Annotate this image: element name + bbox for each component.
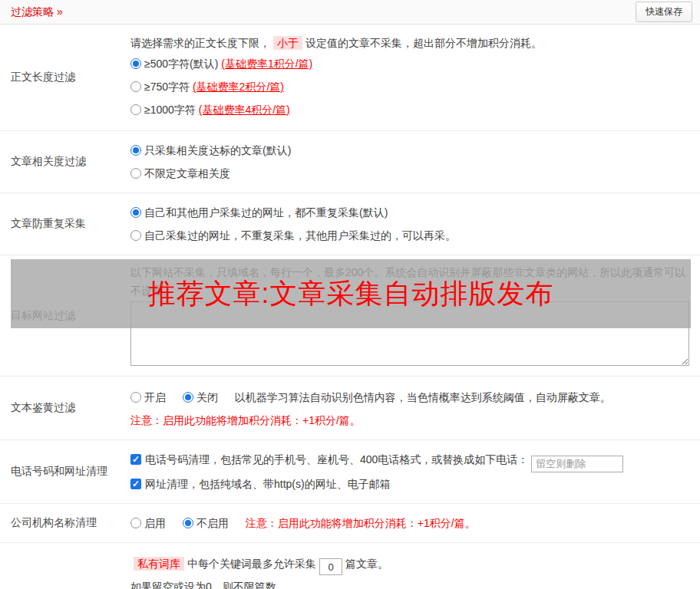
company-clean-label: 公司机构名称清理 — [0, 504, 130, 542]
option-porn-on[interactable]: 开启 — [130, 391, 169, 403]
radio-min-750[interactable] — [130, 81, 141, 92]
relevance-content: 只采集相关度达标的文章(默认) 不限定文章相关度 — [130, 131, 700, 192]
dedup-content: 自己和其他用户采集过的网址，都不重复采集(默认) 自己采集过的网址，不重复采集，… — [130, 193, 700, 255]
keyword-limit-line1: 私有词库中每个关键词最多允许采集篇文章。 — [130, 552, 689, 576]
option-min-1000-label: ≥1000字符 — [144, 104, 199, 116]
site-filter-label: 目标网站过滤 — [0, 255, 130, 376]
option-min-500-label: ≥500字符(默认) — [144, 58, 221, 70]
option-company-off-label: 不启用 — [196, 517, 229, 529]
radio-relevance-unlimited[interactable] — [130, 168, 141, 179]
option-min-500[interactable]: ≥500字符(默认) (基础费率1积分/篇) — [130, 52, 689, 75]
checkbox-url-clean[interactable] — [130, 479, 141, 489]
option-min-750-note: (基础费率2积分/篇) — [193, 81, 284, 93]
option-phone-clean[interactable]: 电话号码清理，包括常见的手机号、座机号、400电话格式，或替换成如下电话： — [130, 453, 531, 466]
option-min-750[interactable]: ≥750字符 (基础费率2积分/篇) — [130, 75, 689, 98]
option-dedup-all-users-label: 自己和其他用户采集过的网址，都不重复采集(默认) — [144, 206, 388, 219]
porn-filter-cost-note: 注意：启用此功能将增加积分消耗：+1积分/篇。 — [130, 409, 689, 432]
phone-url-clean-content: 电话号码清理，包括常见的手机号、座机号、400电话格式，或替换成如下电话： 网址… — [130, 440, 700, 503]
less-than-highlight: 小于 — [273, 36, 302, 50]
option-dedup-self-only-label: 自己采集过的网址，不重复采集，其他用户采集过的，可以再采。 — [144, 229, 456, 242]
filter-strategy-page: 过滤策略 » 快速保存 正文长度过滤 请选择需求的正文长度下限，小于设定值的文章… — [0, 0, 700, 589]
keyword-limit-content: 私有词库中每个关键词最多允许采集篇文章。 如果留空或设为0，则不限篇数。 如果设… — [130, 543, 700, 589]
radio-relevance-default[interactable] — [130, 145, 141, 156]
keyword-limit-input[interactable] — [319, 558, 342, 575]
porn-filter-options: 开启 关闭 以机器学习算法自动识别色情内容，当色情概率达到系统阈值，自动屏蔽文章… — [130, 386, 689, 409]
porn-filter-label: 文本鉴黄过滤 — [0, 377, 130, 439]
site-filter-content: 以下网站不采集，只填域名，每行一个，最多200个。系统会自动识别并屏蔽那些非文章… — [130, 255, 700, 376]
option-porn-off[interactable]: 关闭 — [183, 391, 221, 403]
option-company-on[interactable]: 启用 — [130, 517, 169, 529]
option-min-500-note: (基础费率1积分/篇) — [221, 58, 312, 70]
option-dedup-self-only[interactable]: 自己采集过的网址，不重复采集，其他用户采集过的，可以再采。 — [130, 224, 689, 247]
row-company-clean: 公司机构名称清理 启用 不启用 注意：启用此功能将增加积分消耗：+1积分/篇。 — [0, 504, 700, 543]
option-min-1000[interactable]: ≥1000字符 (基础费率4积分/篇) — [130, 98, 689, 121]
company-clean-content: 启用 不启用 注意：启用此功能将增加积分消耗：+1积分/篇。 — [130, 504, 700, 542]
option-porn-on-label: 开启 — [144, 391, 166, 403]
option-porn-off-label: 关闭 — [196, 391, 218, 403]
url-clean-text: 网址清理，包括纯域名、带http(s)的网址、电子邮箱 — [145, 478, 391, 490]
body-length-content: 请选择需求的正文长度下限，小于设定值的文章不采集，超出部分不增加积分消耗。 ≥5… — [130, 25, 700, 130]
phone-url-clean-label: 电话号码和网址清理 — [0, 440, 130, 503]
intro-post: 设定值的文章不采集，超出部分不增加积分消耗。 — [305, 37, 542, 49]
radio-dedup-self-only[interactable] — [130, 230, 141, 241]
option-company-on-label: 启用 — [144, 517, 166, 529]
option-url-clean[interactable]: 网址清理，包括纯域名、带http(s)的网址、电子邮箱 — [130, 478, 391, 490]
body-length-label: 正文长度过滤 — [0, 25, 130, 130]
phone-clean-text: 电话号码清理，包括常见的手机号、座机号、400电话格式，或替换成如下电话： — [145, 453, 528, 466]
keyword-limit-label: 关键词防重复采集 — [0, 543, 130, 589]
row-phone-url-clean: 电话号码和网址清理 电话号码清理，包括常见的手机号、座机号、400电话格式，或替… — [0, 440, 700, 504]
radio-min-1000[interactable] — [130, 104, 141, 115]
row-site-filter: 目标网站过滤 以下网站不采集，只填域名，每行一个，最多200个。系统会自动识别并… — [0, 255, 700, 377]
keyword-limit-line1-mid: 中每个关键词最多允许采集 — [187, 558, 316, 570]
row-porn-filter: 文本鉴黄过滤 开启 关闭 以机器学习算法自动识别色情内容，当色情概率达到系统阈值… — [0, 377, 700, 440]
row-keyword-limit: 关键词防重复采集 私有词库中每个关键词最多允许采集篇文章。 如果留空或设为0，则… — [0, 543, 700, 589]
option-min-750-label: ≥750字符 — [144, 81, 193, 93]
company-clean-line: 启用 不启用 注意：启用此功能将增加积分消耗：+1积分/篇。 — [130, 512, 689, 535]
option-company-off[interactable]: 不启用 — [183, 517, 232, 529]
keyword-limit-line1-end: 篇文章。 — [345, 558, 388, 570]
radio-porn-off[interactable] — [183, 392, 193, 403]
row-relevance-filter: 文章相关度过滤 只采集相关度达标的文章(默认) 不限定文章相关度 — [0, 131, 700, 193]
option-relevance-default[interactable]: 只采集相关度达标的文章(默认) — [130, 139, 689, 162]
relevance-label: 文章相关度过滤 — [0, 131, 130, 192]
phone-clean-line: 电话号码清理，包括常见的手机号、座机号、400电话格式，或替换成如下电话： — [130, 448, 689, 472]
checkbox-phone-clean[interactable] — [130, 454, 141, 465]
radio-company-on[interactable] — [130, 518, 141, 528]
option-relevance-unlimited[interactable]: 不限定文章相关度 — [130, 162, 689, 185]
body-length-intro: 请选择需求的正文长度下限，小于设定值的文章不采集，超出部分不增加积分消耗。 — [130, 34, 689, 52]
radio-min-500[interactable] — [130, 58, 141, 69]
topbar: 过滤策略 » 快速保存 — [0, 0, 700, 25]
option-min-1000-note: (基础费率4积分/篇) — [199, 104, 290, 116]
keyword-limit-line2: 如果留空或设为0，则不限篇数。 — [130, 575, 689, 589]
row-dedup-collection: 文章防重复采集 自己和其他用户采集过的网址，都不重复采集(默认) 自己采集过的网… — [0, 193, 700, 255]
blocked-sites-textarea[interactable] — [130, 301, 689, 366]
filter-strategy-title[interactable]: 过滤策略 » — [11, 5, 63, 19]
company-clean-cost-note: 注意：启用此功能将增加积分消耗：+1积分/篇。 — [246, 517, 476, 529]
option-relevance-unlimited-label: 不限定文章相关度 — [144, 167, 230, 179]
phone-replacement-input[interactable] — [531, 456, 623, 472]
site-filter-description: 以下网站不采集，只填域名，每行一个，最多200个。系统会自动识别并屏蔽那些非文章… — [130, 263, 689, 300]
intro-pre: 请选择需求的正文长度下限， — [130, 37, 270, 49]
option-dedup-all-users[interactable]: 自己和其他用户采集过的网址，都不重复采集(默认) — [130, 201, 689, 224]
radio-dedup-all-users[interactable] — [130, 207, 141, 218]
dedup-label: 文章防重复采集 — [0, 193, 130, 255]
row-body-length-filter: 正文长度过滤 请选择需求的正文长度下限，小于设定值的文章不采集，超出部分不增加积… — [0, 25, 700, 131]
radio-porn-on[interactable] — [130, 392, 141, 403]
radio-company-off[interactable] — [183, 518, 193, 528]
quick-save-button[interactable]: 快速保存 — [636, 2, 692, 22]
option-relevance-default-label: 只采集相关度达标的文章(默认) — [144, 144, 291, 156]
porn-filter-description: 以机器学习算法自动识别色情内容，当色情概率达到系统阈值，自动屏蔽文章。 — [235, 391, 611, 403]
private-thesaurus-highlight: 私有词库 — [134, 557, 184, 571]
url-clean-line: 网址清理，包括纯域名、带http(s)的网址、电子邮箱 — [130, 472, 689, 495]
porn-filter-content: 开启 关闭 以机器学习算法自动识别色情内容，当色情概率达到系统阈值，自动屏蔽文章… — [130, 377, 700, 439]
